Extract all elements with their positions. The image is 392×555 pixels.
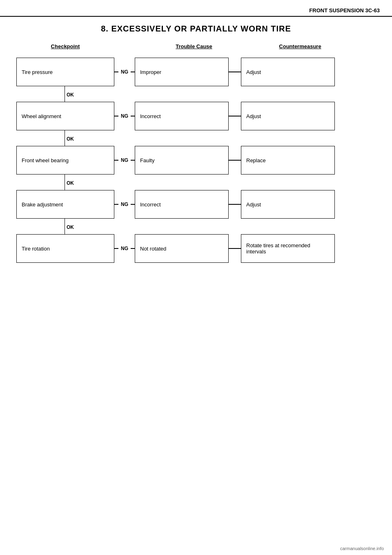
header-text: FRONT SUSPENSION 3C-63 xyxy=(309,7,380,13)
diagram-area: Checkpoint Trouble Cause Countermeasure … xyxy=(0,43,392,263)
checkpoint-label-4: Brake adjustment xyxy=(22,201,63,208)
ng-label-2: NG xyxy=(118,113,131,119)
trouble-label-4: Incorrect xyxy=(140,201,161,208)
flow-row-5: Tire rotation NG Not rotated Rotate tire… xyxy=(16,234,376,263)
checkpoint-box-2: Wheel alignment xyxy=(16,102,114,130)
ng-label-4: NG xyxy=(118,201,131,207)
trouble-label-5: Not rotated xyxy=(140,246,166,252)
trouble-label-3: Faulty xyxy=(140,157,154,163)
checkpoint-box-3: Front wheel bearing xyxy=(16,146,114,175)
checkpoint-label-5: Tire rotation xyxy=(22,246,50,252)
counter-label-1: Adjust xyxy=(246,69,261,75)
col-header-counter: Countermeasure xyxy=(279,43,321,49)
ng-label-3: NG xyxy=(118,157,131,163)
checkpoint-label-1: Tire pressure xyxy=(22,69,53,75)
counter-label-3: Replace xyxy=(246,157,266,163)
trouble-box-3: Faulty xyxy=(135,146,229,175)
page-header: FRONT SUSPENSION 3C-63 xyxy=(0,0,392,17)
counter-box-5: Rotate tires at recomended intervals xyxy=(241,234,335,263)
checkpoint-box-5: Tire rotation xyxy=(16,234,114,263)
counter-box-4: Adjust xyxy=(241,190,335,219)
flow-row-3: Front wheel bearing NG Faulty Replace OK xyxy=(16,146,376,190)
trouble-label-1: Improper xyxy=(140,69,161,75)
bottom-logo: carmanualsonline.info xyxy=(340,546,384,551)
trouble-box-2: Incorrect xyxy=(135,102,229,130)
trouble-box-1: Improper xyxy=(135,58,229,86)
counter-box-1: Adjust xyxy=(241,58,335,86)
checkpoint-label-2: Wheel alignment xyxy=(22,113,61,119)
counter-label-2: Adjust xyxy=(246,113,261,119)
counter-label-5: Rotate tires at recomended intervals xyxy=(246,242,330,255)
counter-box-2: Adjust xyxy=(241,102,335,130)
counter-label-4: Adjust xyxy=(246,201,261,208)
counter-box-3: Replace xyxy=(241,146,335,175)
ok-label-3: OK xyxy=(67,180,74,186)
ok-label-1: OK xyxy=(67,92,74,98)
ok-label-2: OK xyxy=(67,136,74,142)
ng-label-5: NG xyxy=(118,246,131,251)
ok-label-4: OK xyxy=(67,224,74,230)
checkpoint-box-4: Brake adjustment xyxy=(16,190,114,219)
col-header-checkpoint: Checkpoint xyxy=(51,43,80,49)
col-header-trouble: Trouble Cause xyxy=(176,43,212,49)
checkpoint-box-1: Tire pressure xyxy=(16,58,114,86)
trouble-box-5: Not rotated xyxy=(135,234,229,263)
flow-row-2: Wheel alignment NG Incorrect Adjust OK xyxy=(16,102,376,146)
checkpoint-label-3: Front wheel bearing xyxy=(22,157,69,163)
flow-row-4: Brake adjustment NG Incorrect Adjust OK xyxy=(16,190,376,234)
page-title: 8. EXCESSIVELY OR PARTIALLY WORN TIRE xyxy=(0,24,392,34)
ng-label-1: NG xyxy=(118,69,131,75)
trouble-box-4: Incorrect xyxy=(135,190,229,219)
flow-row-1: Tire pressure NG Improper Adjust OK xyxy=(16,58,376,102)
trouble-label-2: Incorrect xyxy=(140,113,161,119)
